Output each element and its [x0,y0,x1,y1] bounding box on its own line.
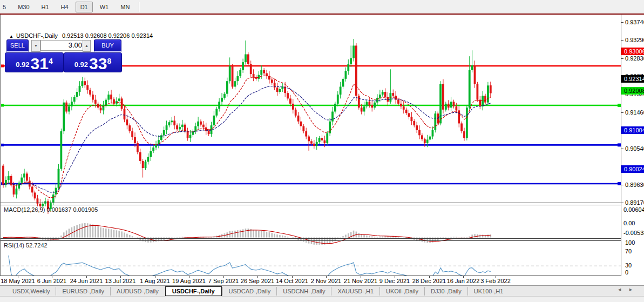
candle-bear [323,140,326,143]
candle-bull [71,102,73,106]
candle-bear [395,96,397,99]
macd-axis-label: 0.006045 [623,206,644,213]
candle-bear [418,130,421,136]
candle-bull [197,122,199,126]
volume-up-button[interactable]: ▲ [83,40,91,52]
candle-bear [31,186,33,192]
hline-handle-left[interactable] [1,104,4,106]
chart-tab-xauusd-h1[interactable]: XAUUSD-,H1 [331,287,379,296]
buy-price-tile[interactable]: 0.92338 [64,52,122,72]
candle-bear [100,108,102,110]
tab-scroll-right-icon[interactable]: ► [628,287,640,292]
date-label: 13 Jul 2021 [105,278,136,284]
collapse-triangle-icon[interactable]: ▲ [9,34,13,39]
timeframe-button-d1[interactable]: D1 [76,2,93,12]
candle-bear [110,95,112,99]
macd-panel-top-border[interactable] [1,205,621,205]
candle-bear [34,192,36,198]
candle-bull [155,144,157,147]
candle-bear [403,106,405,110]
candle-bull [345,71,347,79]
candle-bull [279,89,281,92]
sell-button[interactable]: SELL [6,39,29,52]
candle-bull [281,86,283,89]
chevron-up-icon: ▲ [85,44,89,48]
rsi-axis-label: 70 [625,248,632,254]
chart-tab-audusd-daily[interactable]: AUDUSD-,Daily [110,287,165,296]
date-label: 21 Nov 2021 [344,278,377,284]
candle-bear [297,116,300,122]
candle-bull [76,92,78,97]
candle-bull [107,95,110,100]
hline-handle-left[interactable] [1,182,4,185]
timeframe-button-h1[interactable]: H1 [37,2,54,12]
candle-bear [126,119,128,125]
candle-bull [103,106,105,111]
chart-tab-ukoil-daily[interactable]: UKOil-,Daily [379,287,424,296]
candle-bear [387,97,389,102]
candle-bull [189,135,192,138]
chart-tab-dj30-daily[interactable]: DJ30-,Daily [424,287,467,296]
candle-bull [374,103,376,108]
candle-bear [310,141,313,143]
candle-bull [82,81,84,86]
tab-scroll-left-icon[interactable]: ◄ [617,287,628,292]
macd-panel-bottom-border [1,238,621,239]
timeframe-button-mn[interactable]: MN [116,2,134,12]
hline-handle-left[interactable] [1,144,4,146]
candle-bear [173,120,175,125]
hline-handle-left[interactable] [1,65,4,68]
chart-tab-usdcnh-daily[interactable]: USDCNH-,Daily [276,287,331,296]
chart-tab-bar: USDX,WeeklyEURUSD-,DailyAUDUSD-,DailyUSD… [0,285,644,296]
date-label: 7 Sep 2021 [208,278,239,284]
candle-bull [21,178,23,183]
candle-bull [352,45,355,58]
price-tick-label: 0.91460 [625,109,644,116]
candle-bull [337,95,339,104]
candle-bear [139,152,141,161]
candle-bull [347,64,349,71]
candle-bear [474,65,476,84]
candle-bear [253,74,255,77]
candle-bear [268,76,270,80]
candle-bull [242,62,244,70]
price-tick-label: 0.89170 [625,199,644,206]
candle-bear [276,88,279,92]
candle-bear [184,125,186,131]
candle-bull [342,79,344,87]
price-badge-resistance-line: 0.93006 [621,48,644,55]
price-tick-label: 0.90540 [625,145,644,152]
sell-price-pip: 4 [49,53,53,69]
buy-price-big: 33 [89,57,107,71]
candle-bull [379,95,381,98]
timeframe-button-m30[interactable]: M30 [13,2,34,12]
price-scale[interactable]: 0.937400.932900.928300.923700.919200.914… [621,15,644,276]
candle-bull [221,98,223,102]
candle-bear [266,73,268,76]
chart-tab-usdx-weekly[interactable]: USDX,Weekly [6,287,56,296]
chart-tab-usdcad-daily[interactable]: USDCAD-,Daily [222,287,277,296]
volume-input[interactable]: 3.00 [40,40,85,51]
candle-bear [200,122,202,125]
chart-window[interactable]: ▲USDCHF-,Daily0.92513 0.92608 0.92206 0.… [0,15,644,276]
time-scale[interactable]: 18 May 20216 Jun 202124 Jun 202113 Jul 2… [0,276,644,285]
buy-button[interactable]: BUY [94,39,121,52]
chart-tab-uk100-h1[interactable]: UK100-,H1 [467,287,509,296]
chart-tab-usdchf-daily[interactable]: USDCHF-,Daily [165,286,222,296]
candle-bear [131,131,133,137]
sell-price-tile[interactable]: 0.92314 [5,52,64,72]
timeframe-button-h4[interactable]: H4 [56,2,73,12]
rsi-panel-top-border[interactable] [1,240,621,241]
chart-tab-eurusd-daily[interactable]: EURUSD-,Daily [56,287,110,296]
timeframe-button-w1[interactable]: W1 [95,2,114,12]
macd-axis-label: 0.00 [623,220,635,226]
timeframe-button-5[interactable]: 5 [0,2,11,12]
candle-bull [8,176,10,180]
candle-bear [137,143,139,152]
price-tick-label: 0.93740 [625,19,644,25]
volume-dropdown-button[interactable]: ▼ [31,40,40,52]
mt4-terminal: 5M30H1H4D1W1MN ▲USDCHF-,Daily0.92513 0.9… [0,0,644,302]
candle-bear [361,108,363,111]
date-label: 24 Jun 2021 [70,278,103,284]
candle-bear [13,185,15,194]
